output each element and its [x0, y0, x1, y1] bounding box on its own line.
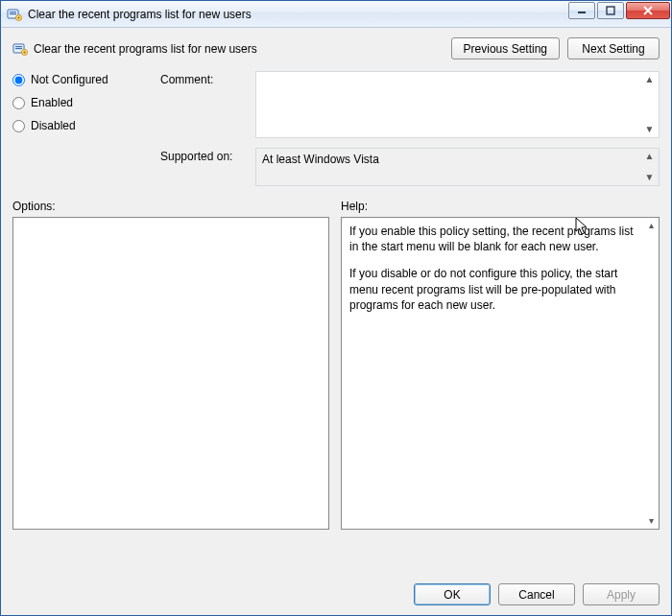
scroll-up-icon: ▴ [644, 218, 659, 233]
supported-on-value: At least Windows Vista [262, 153, 379, 166]
radio-disabled[interactable]: Disabled [12, 119, 156, 132]
scroll-down-icon: ▼ [642, 124, 657, 135]
supported-on-field: At least Windows Vista ▲ ▼ [255, 148, 660, 186]
header-row: Clear the recent programs list for new u… [12, 37, 660, 59]
panel-labels: Options: Help: [12, 200, 660, 213]
next-setting-button[interactable]: Next Setting [567, 37, 660, 59]
options-panel [12, 217, 329, 530]
help-panel: If you enable this policy setting, the r… [341, 217, 660, 530]
header-left: Clear the recent programs list for new u… [12, 41, 257, 57]
dialog-footer: OK Cancel Apply [414, 583, 660, 605]
scroll-down-icon: ▾ [644, 513, 659, 529]
client-area: Clear the recent programs list for new u… [1, 28, 671, 615]
radio-enabled-input[interactable] [12, 97, 25, 109]
radio-not-configured-input[interactable] [12, 74, 25, 86]
supported-scrollbar[interactable]: ▲ ▼ [642, 151, 657, 183]
scroll-up-icon: ▲ [642, 151, 657, 162]
state-radio-group: Not Configured Enabled Disabled [12, 71, 156, 132]
svg-rect-2 [10, 13, 16, 14]
radio-enabled[interactable]: Enabled [12, 96, 156, 109]
policy-icon [12, 41, 28, 57]
radio-not-configured[interactable]: Not Configured [12, 73, 156, 86]
window-titlebar: Clear the recent programs list for new u… [1, 1, 671, 28]
svg-rect-4 [578, 12, 586, 13]
svg-rect-8 [15, 48, 22, 49]
radio-disabled-label: Disabled [31, 119, 76, 132]
panels: If you enable this policy setting, the r… [12, 217, 660, 530]
window-title: Clear the recent programs list for new u… [28, 8, 568, 21]
help-scrollbar[interactable]: ▴ ▾ [643, 218, 659, 529]
options-label: Options: [12, 200, 329, 213]
minimize-button[interactable] [568, 2, 595, 19]
close-button[interactable] [626, 2, 670, 19]
comment-field[interactable]: ▲ ▼ [255, 71, 660, 138]
previous-setting-button[interactable]: Previous Setting [451, 37, 560, 59]
help-paragraph-1: If you enable this policy setting, the r… [349, 224, 641, 254]
nav-buttons: Previous Setting Next Setting [451, 37, 660, 59]
help-paragraph-2: If you disable or do not configure this … [349, 266, 641, 313]
svg-rect-5 [607, 7, 614, 14]
scroll-down-icon: ▼ [642, 172, 657, 183]
supported-on-label: Supported on: [160, 148, 252, 163]
apply-button[interactable]: Apply [583, 583, 660, 605]
maximize-button[interactable] [597, 2, 624, 19]
page-title: Clear the recent programs list for new u… [34, 42, 257, 56]
scroll-up-icon: ▲ [642, 74, 657, 85]
help-label: Help: [341, 200, 660, 213]
cancel-button[interactable]: Cancel [498, 583, 575, 605]
radio-not-configured-label: Not Configured [31, 73, 108, 86]
svg-rect-1 [10, 12, 16, 12]
comment-label: Comment: [160, 71, 252, 86]
radio-enabled-label: Enabled [31, 96, 73, 109]
ok-button[interactable]: OK [414, 583, 491, 605]
window-controls [568, 1, 671, 28]
radio-disabled-input[interactable] [12, 120, 25, 132]
comment-scrollbar[interactable]: ▲ ▼ [642, 74, 657, 135]
app-icon [7, 7, 22, 22]
settings-grid: Not Configured Enabled Disabled Comment:… [12, 71, 660, 186]
svg-rect-7 [15, 46, 22, 47]
spacer [349, 254, 641, 266]
